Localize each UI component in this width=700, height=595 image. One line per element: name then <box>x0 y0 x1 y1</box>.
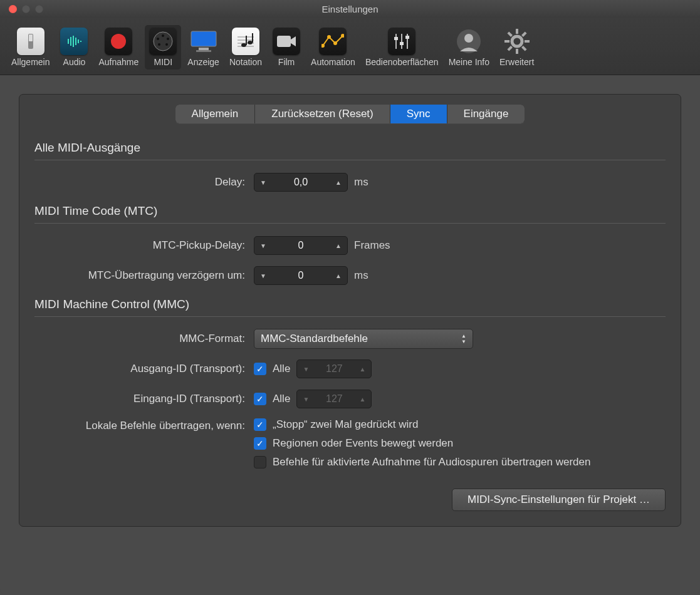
section-header-all-outputs: Alle MIDI-Ausgänge <box>34 141 666 155</box>
row-local-commands: Lokale Befehle übertragen, wenn: ✓ „Stop… <box>34 418 666 468</box>
local-opt-0-checkbox[interactable]: ✓ <box>254 418 266 431</box>
section-header-mtc: MIDI Time Code (MTC) <box>34 204 666 218</box>
svg-rect-1 <box>29 34 33 41</box>
local-opt-1-checkbox[interactable]: ✓ <box>254 437 266 450</box>
minimize-icon[interactable] <box>22 5 30 13</box>
delay-value[interactable]: 0,0 <box>272 177 330 188</box>
divider <box>34 223 666 224</box>
preferences-window: Einstellungen Allgemein Audio Aufnahme <box>0 0 700 595</box>
delay-stepper[interactable]: ▼ 0,0 ▲ <box>254 173 348 192</box>
mtc-pickup-label: MTC-Pickup-Delay: <box>34 239 254 252</box>
divider <box>34 316 666 317</box>
svg-point-25 <box>248 41 253 44</box>
chevron-up-icon[interactable]: ▲ <box>353 360 371 378</box>
zoom-icon[interactable] <box>35 5 43 13</box>
switch-icon <box>17 28 44 55</box>
svg-rect-48 <box>507 31 512 36</box>
svg-point-41 <box>512 36 522 46</box>
in-id-value[interactable]: 127 <box>315 393 353 405</box>
chevron-up-icon[interactable]: ▲ <box>330 267 347 284</box>
toolbar-item-erweitert[interactable]: Erweitert <box>496 25 538 70</box>
chevron-up-icon[interactable]: ▲ <box>353 390 371 408</box>
toolbar-item-meineinfo[interactable]: Meine Info <box>445 25 493 70</box>
toolbar-label: Automation <box>311 57 355 67</box>
local-opt-2-checkbox[interactable] <box>254 456 266 468</box>
row-mtc-delay-tx: MTC-Übertragung verzögern um: ▼ 0 ▲ ms <box>34 265 666 286</box>
toolbar-item-midi[interactable]: MIDI <box>145 25 181 70</box>
toolbar-label: Audio <box>63 57 86 67</box>
svg-rect-36 <box>394 37 398 40</box>
mtc-delay-tx-label: MTC-Übertragung verzögern um: <box>34 269 254 282</box>
chevron-down-icon[interactable]: ▼ <box>254 237 272 254</box>
local-opt-1: ✓ Regionen oder Events bewegt werden <box>254 437 591 450</box>
toolbar-item-notation[interactable]: Notation <box>226 25 266 70</box>
out-id-stepper[interactable]: ▼ 127 ▲ <box>296 360 372 378</box>
mmc-format-label: MMC-Format: <box>34 333 254 345</box>
in-id-all-checkbox[interactable]: ✓ <box>254 393 266 405</box>
svg-point-9 <box>111 34 126 49</box>
toolbar-item-automation[interactable]: Automation <box>307 25 359 70</box>
row-delay: Delay: ▼ 0,0 ▲ ms <box>34 172 666 193</box>
chevron-up-icon[interactable]: ▲ <box>330 173 347 191</box>
svg-rect-43 <box>516 49 518 54</box>
updown-icon: ▲▼ <box>461 333 466 344</box>
toolbar-item-bedienoberflaechen[interactable]: Bedienoberflächen <box>362 25 442 70</box>
chevron-up-icon[interactable]: ▲ <box>330 237 347 254</box>
row-out-id: Ausgang-ID (Transport): ✓ Alle ▼ 127 ▲ <box>34 358 666 380</box>
toolbar-label: Bedienoberflächen <box>365 57 439 67</box>
titlebar: Einstellungen <box>0 0 700 18</box>
chevron-down-icon[interactable]: ▼ <box>297 360 315 378</box>
svg-rect-38 <box>405 36 409 39</box>
toolbar-label: Erweitert <box>499 57 534 67</box>
gear-icon <box>503 28 531 55</box>
tab-reset[interactable]: Zurücksetzen (Reset) <box>255 105 390 123</box>
toolbar: Allgemein Audio Aufnahme MIDI <box>0 18 700 75</box>
content-area: Allgemein Zurücksetzen (Reset) Sync Eing… <box>0 75 700 546</box>
mtc-pickup-stepper[interactable]: ▼ 0 ▲ <box>254 236 348 255</box>
chevron-down-icon[interactable]: ▼ <box>254 267 272 284</box>
mtc-delay-tx-stepper[interactable]: ▼ 0 ▲ <box>254 266 348 285</box>
record-icon <box>105 28 132 55</box>
row-mmc-format: MMC-Format: MMC-Standardbefehle ▲▼ <box>34 328 666 349</box>
tab-sync[interactable]: Sync <box>390 105 447 123</box>
toolbar-item-audio[interactable]: Audio <box>56 25 92 70</box>
waveform-icon <box>60 28 88 55</box>
svg-point-40 <box>464 34 473 43</box>
mmc-format-select[interactable]: MMC-Standardbefehle ▲▼ <box>254 329 473 349</box>
mtc-pickup-value[interactable]: 0 <box>272 240 330 251</box>
mtc-delay-tx-value[interactable]: 0 <box>272 270 330 281</box>
display-icon <box>190 28 217 55</box>
notation-icon <box>232 28 259 55</box>
svg-point-23 <box>241 43 246 47</box>
out-id-all-label: Alle <box>273 363 290 375</box>
toolbar-item-film[interactable]: Film <box>268 25 305 70</box>
row-in-id: Eingang-ID (Transport): ✓ Alle ▼ 127 ▲ <box>34 388 666 410</box>
tab-allgemein[interactable]: Allgemein <box>175 105 256 123</box>
toolbar-label: Aufnahme <box>98 57 138 67</box>
svg-rect-17 <box>199 48 209 50</box>
svg-rect-46 <box>521 31 526 36</box>
chevron-down-icon[interactable]: ▼ <box>254 173 272 191</box>
row-mtc-pickup: MTC-Pickup-Delay: ▼ 0 ▲ Frames <box>34 235 666 256</box>
chevron-down-icon[interactable]: ▼ <box>297 390 315 408</box>
in-id-label: Eingang-ID (Transport): <box>34 393 254 405</box>
person-icon <box>455 28 483 55</box>
out-id-all-checkbox[interactable]: ✓ <box>254 363 266 375</box>
toolbar-item-allgemein[interactable]: Allgemein <box>8 25 53 70</box>
toolbar-item-anzeige[interactable]: Anzeige <box>184 25 223 70</box>
out-id-value[interactable]: 127 <box>315 363 353 375</box>
mtc-pickup-unit: Frames <box>354 239 390 252</box>
svg-rect-18 <box>196 50 211 52</box>
toolbar-item-aufnahme[interactable]: Aufnahme <box>95 25 142 70</box>
toolbar-label: Film <box>278 57 295 67</box>
tab-eingaenge[interactable]: Eingänge <box>447 105 525 123</box>
project-midi-sync-button[interactable]: MIDI-Sync-Einstellungen für Projekt … <box>452 489 666 511</box>
divider <box>34 160 666 160</box>
svg-rect-49 <box>521 46 526 51</box>
local-opt-2: Befehle für aktivierte Aufnahme für Audi… <box>254 456 591 468</box>
section-header-mmc: MIDI Machine Control (MMC) <box>34 298 666 311</box>
delay-label: Delay: <box>34 176 254 189</box>
svg-rect-27 <box>277 36 291 47</box>
in-id-stepper[interactable]: ▼ 127 ▲ <box>296 390 372 408</box>
close-icon[interactable] <box>9 5 17 13</box>
